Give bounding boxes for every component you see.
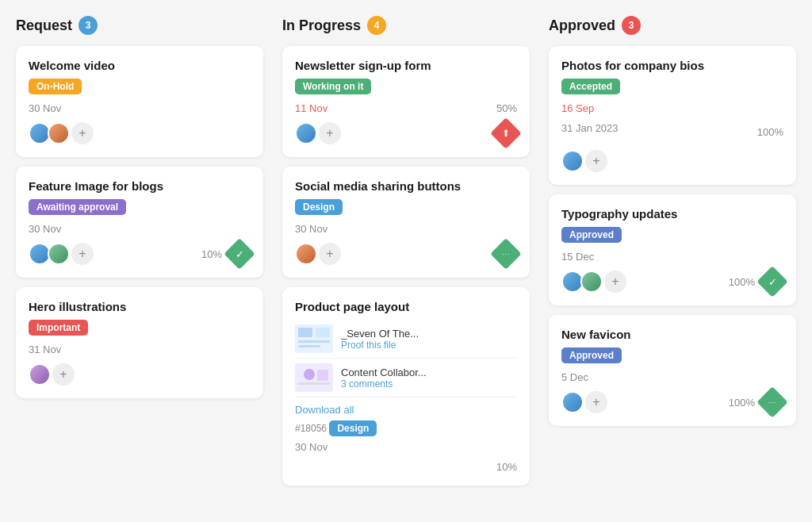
card-feature-image: Feature Image for blogsAwaiting approval… [16, 167, 263, 278]
file-name: Content Collabor... [341, 367, 517, 378]
svg-rect-4 [298, 345, 320, 347]
diamond-check-icon[interactable] [224, 238, 255, 270]
card-tag: Approved [561, 227, 622, 243]
add-assignee-button[interactable]: + [585, 391, 607, 413]
card-tag: Working on it [295, 79, 371, 94]
card-avatars: + [561, 391, 607, 413]
add-assignee-button[interactable]: + [319, 122, 341, 144]
card-date: 30 Nov [29, 223, 251, 235]
card-footer-right: 100% [729, 271, 783, 293]
card-percent: 10% [496, 461, 517, 473]
card-tag: Important [29, 320, 88, 336]
card-percent: 50% [496, 102, 517, 114]
card-tag: Approved [561, 347, 622, 363]
file-action[interactable]: Proof this file [341, 340, 517, 351]
kanban-board: Request3Welcome videoOn-Hold30 Nov+Featu… [16, 16, 796, 495]
avatar [295, 122, 317, 144]
download-all-link[interactable]: Download all [295, 404, 517, 416]
diamond-dots-icon[interactable] [756, 386, 788, 418]
card-tag: Awaiting approval [29, 199, 126, 215]
svg-point-6 [304, 369, 315, 380]
column-header-in-progress: In Progress4 [282, 16, 530, 35]
card-avatars: + [295, 122, 341, 144]
card-date: 30 Nov [295, 223, 517, 235]
card-avatars: + [561, 150, 607, 172]
card-footer: +10% [29, 243, 251, 265]
card-avatars: + [561, 271, 626, 293]
card-date-row: 31 Jan 2023100% [561, 122, 783, 142]
card-title: Welcome video [29, 59, 251, 72]
card-tag: Design [295, 199, 343, 215]
card-title: Social media sharing buttons [295, 179, 517, 193]
avatar [561, 391, 584, 413]
card-footer-right: 10% [496, 461, 517, 473]
card-percent: 100% [729, 397, 755, 409]
add-assignee-button[interactable]: + [71, 243, 94, 265]
column-header-request: Request3 [16, 16, 263, 35]
column-approved: Approved3Photos for company biosAccepted… [549, 16, 796, 495]
card-footer: +100% [561, 391, 783, 413]
card-footer: + [295, 243, 517, 265]
card-title: Hero illustrations [29, 300, 251, 313]
add-assignee-button[interactable]: + [585, 150, 607, 172]
column-badge-approved: 3 [622, 16, 641, 35]
card-social-media: Social media sharing buttonsDesign30 Nov… [282, 167, 530, 278]
add-assignee-button[interactable]: + [604, 271, 626, 293]
column-header-approved: Approved3 [549, 16, 796, 35]
svg-rect-7 [298, 382, 330, 385]
diamond-dots-icon[interactable] [490, 238, 522, 270]
avatar [48, 243, 70, 265]
file-thumbnail [295, 363, 333, 392]
card-avatars: + [29, 122, 94, 144]
diamond-up-icon[interactable] [490, 117, 522, 149]
column-in-progress: In Progress4Newsletter sign-up formWorki… [282, 16, 530, 495]
svg-rect-3 [298, 340, 330, 343]
card-percent: 100% [757, 126, 783, 138]
card-newsletter: Newsletter sign-up formWorking on it11 N… [282, 46, 530, 157]
card-tag: Accepted [561, 79, 620, 94]
add-assignee-button[interactable]: + [71, 122, 94, 144]
card-footer: + [29, 363, 251, 386]
column-request: Request3Welcome videoOn-Hold30 Nov+Featu… [16, 16, 263, 495]
card-title: Typography updates [561, 207, 783, 221]
card-title: Newsletter sign-up form [295, 59, 517, 72]
diamond-check-icon[interactable] [756, 266, 788, 297]
card-photos-bios: Photos for company biosAccepted16 Sep31 … [549, 46, 796, 185]
card-avatars: + [295, 243, 341, 265]
column-badge-request: 3 [79, 16, 98, 35]
card-percent: 10% [201, 248, 222, 260]
column-title-request: Request [16, 17, 72, 34]
card-typography: Typography updatesApproved15 Dec+100% [549, 194, 796, 305]
card-title: Feature Image for blogs [29, 179, 251, 193]
card-id-row: #18056 Design [295, 420, 517, 436]
add-assignee-button[interactable]: + [52, 363, 75, 386]
card-date-highlight: 16 Sep [561, 102, 783, 114]
add-assignee-button[interactable]: + [319, 243, 341, 265]
card-date: 31 Nov [29, 344, 251, 355]
file-info: Content Collabor...3 comments [341, 367, 517, 390]
file-name: _Seven Of The... [341, 328, 517, 340]
card-tag: On-Hold [29, 79, 82, 94]
file-action[interactable]: 3 comments [341, 378, 517, 390]
svg-rect-8 [317, 370, 328, 381]
card-date: 30 Nov [295, 441, 517, 453]
avatar [48, 122, 70, 144]
card-footer-right: 10% [201, 243, 251, 265]
card-footer-right [495, 122, 517, 144]
column-title-approved: Approved [549, 17, 615, 34]
card-avatars: + [29, 243, 94, 265]
avatar [295, 243, 317, 265]
card-avatars: + [29, 363, 75, 386]
avatar [580, 271, 603, 293]
card-number: #18056 [295, 423, 329, 434]
svg-rect-1 [298, 328, 312, 337]
card-footer: +100% [561, 271, 783, 293]
card-date: 5 Dec [561, 371, 783, 383]
card-date: 15 Dec [561, 251, 783, 263]
card-footer-right [495, 243, 517, 265]
card-title: Photos for company bios [561, 59, 783, 72]
card-hero-illustrations: Hero illustrationsImportant31 Nov+ [16, 287, 263, 398]
date-percent-row: 11 Nov50% [295, 102, 517, 114]
card-title: Product page layout [295, 300, 517, 313]
card-dates: 16 Sep31 Jan 2023100% [561, 102, 783, 142]
